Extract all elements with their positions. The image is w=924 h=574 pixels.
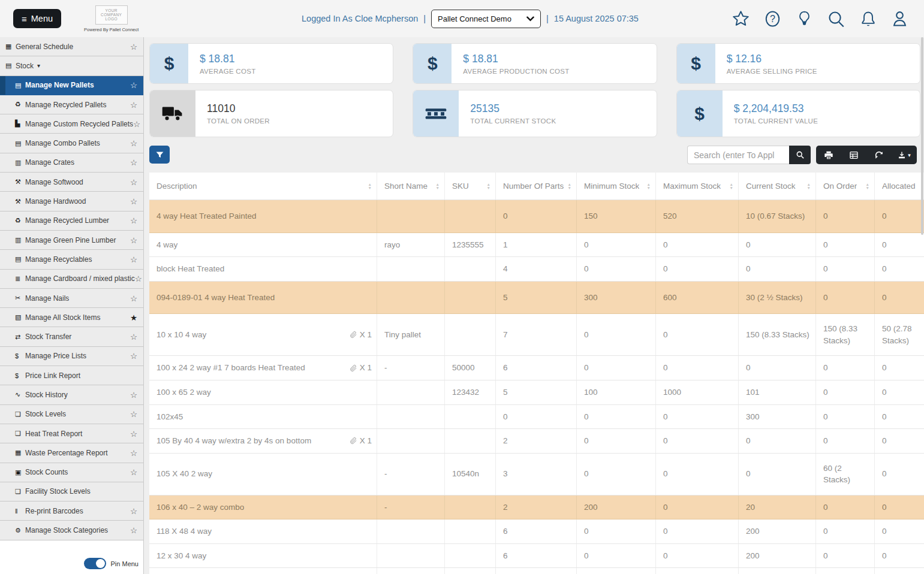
sidebar-item-manage-softwood[interactable]: ⚒Manage Softwood☆ (0, 173, 143, 192)
sort-arrows-icon[interactable]: ▲▼ (432, 183, 440, 189)
table-row-105-by-40-4-way-w-extra-2-by-4s-on-bottom[interactable]: 105 By 40 4 way w/extra 2 by 4s on botto… (149, 429, 924, 454)
sidebar-item-manage-stock-categories[interactable]: ⚙Manage Stock Categories☆ (0, 521, 143, 540)
table-row-100-x-65-2-way[interactable]: 100 x 65 2 way1234325100100010100 (149, 380, 924, 405)
column-header-on-order[interactable]: On Order▲▼ (816, 173, 875, 200)
sidebar-item-manage-nails[interactable]: ✂Manage Nails☆ (0, 289, 143, 308)
favorite-star-icon[interactable]: ☆ (130, 100, 137, 110)
sort-arrows-icon[interactable]: ▲▼ (564, 183, 571, 189)
sidebar-item-manage-all-stock-items[interactable]: ▧Manage All Stock Items★ (0, 308, 143, 327)
sidebar-item-manage-recycled-lumber[interactable]: ♻Manage Recycled Lumber☆ (0, 212, 143, 231)
notifications-bell-icon[interactable] (858, 9, 878, 29)
sidebar-item-manage-hardwood[interactable]: ⚒Manage Hardwood☆ (0, 192, 143, 211)
help-icon[interactable]: ? (763, 9, 782, 29)
favorite-star-icon[interactable]: ☆ (130, 525, 137, 535)
refresh-button[interactable] (866, 146, 892, 164)
sort-arrows-icon[interactable]: ▲▼ (862, 183, 869, 189)
favorite-star-icon[interactable]: ☆ (130, 429, 137, 439)
favorite-star-icon[interactable]: ☆ (130, 506, 137, 516)
column-header-sku[interactable]: SKU▲▼ (445, 173, 496, 200)
sidebar-item-price-link-report[interactable]: $Price Link Report (0, 366, 143, 385)
favorite-star-icon[interactable]: ☆ (130, 158, 137, 167)
search-button[interactable] (789, 146, 811, 164)
sidebar-item-manage-custom-recycled-pallets[interactable]: ▙Manage Custom Recycled Pallets☆ (0, 114, 143, 134)
attachment-indicator[interactable]: X 1 (345, 435, 372, 447)
sidebar-item-facility-stock-levels[interactable]: ❏Facility Stock Levels (0, 482, 143, 502)
sort-arrows-icon[interactable]: ▲▼ (365, 183, 372, 189)
table-row-4-way[interactable]: 4 wayrayo1235555100000 (149, 233, 924, 258)
favorite-star-icon[interactable]: ☆ (130, 294, 137, 303)
table-row-094-0189-01-4-way-heat-treated[interactable]: 094-0189-01 4 way Heat Treated530060030 … (149, 282, 924, 315)
favorite-star-icon[interactable]: ☆ (130, 42, 137, 52)
favorite-star-icon[interactable]: ☆ (130, 177, 137, 187)
table-row-105-x-40-2-way[interactable]: 105 X 40 2 way-10540n300060 (2 Stacks)0 (149, 454, 924, 496)
favorite-star-icon[interactable]: ☆ (133, 119, 140, 129)
favorite-star-icon[interactable]: ☆ (130, 448, 137, 458)
filter-button[interactable] (149, 146, 170, 164)
column-header-maximum-stock[interactable]: Maximum Stock▲▼ (656, 173, 739, 200)
table-row-block-heat-treated[interactable]: block Heat Treated400000 (149, 257, 924, 282)
sidebar-item-waste-percentage-report[interactable]: ▦Waste Percentage Report☆ (0, 443, 143, 463)
table-row-118-x-48-4-way[interactable]: 118 X 48 4 way60020000 (149, 519, 924, 544)
export-download-button[interactable]: ▾ (892, 146, 917, 164)
sidebar-item-manage-recycled-pallets[interactable]: ♻Manage Recycled Pallets☆ (0, 95, 143, 114)
favorite-star-icon[interactable]: ☆ (135, 274, 142, 283)
sort-arrows-icon[interactable]: ▲▼ (483, 183, 490, 189)
sidebar-item-manage-cardboard-mixed-plastic[interactable]: ≣Manage Cardboard / mixed plastic☆ (0, 270, 143, 289)
sort-arrows-icon[interactable]: ▲▼ (643, 183, 651, 189)
favorite-star-icon[interactable]: ☆ (130, 467, 137, 477)
attachment-indicator[interactable]: X 1 (345, 362, 372, 374)
attachment-indicator[interactable]: X 1 (345, 329, 372, 341)
favorites-star-icon[interactable] (731, 9, 751, 29)
column-header-description[interactable]: Description▲▼ (149, 173, 377, 200)
column-header-current-stock[interactable]: Current Stock▲▼ (739, 173, 816, 200)
sidebar-item-re-print-barcodes[interactable]: ‖Re-print Barcodes☆ (0, 502, 143, 521)
sidebar-item-stock[interactable]: ▤Stock▾ (0, 56, 143, 75)
column-header-minimum-stock[interactable]: Minimum Stock▲▼ (577, 173, 656, 200)
search-icon[interactable] (826, 9, 846, 29)
table-row-120-x-24-2-way-heat-treated[interactable]: 120 x 24 2 way Heat Treated-00010000 (149, 568, 924, 574)
favorite-star-icon[interactable]: ☆ (130, 351, 137, 361)
column-header-short-name[interactable]: Short Name▲▼ (377, 173, 445, 200)
page-scrollbar[interactable] (921, 37, 923, 235)
favorite-star-icon[interactable]: ☆ (130, 235, 137, 245)
sort-arrows-icon[interactable]: ▲▼ (803, 183, 811, 189)
favorite-star-icon[interactable]: ☆ (130, 255, 137, 264)
sidebar-item-stock-history[interactable]: ∿Stock History☆ (0, 385, 143, 404)
account-user-icon[interactable] (890, 9, 910, 29)
table-row-100-x-24-2-way-1-7-boards-heat-treated[interactable]: 100 x 24 2 way #1 7 boards Heat TreatedX… (149, 356, 924, 380)
favorite-star-icon[interactable]: ☆ (130, 216, 137, 225)
table-row-10-x-10-4-way[interactable]: 10 x 10 4 wayX 1Tiny pallet700150 (8.33 … (149, 314, 924, 356)
menu-button[interactable]: ≡ Menu (13, 9, 61, 28)
favorite-star-icon[interactable]: ☆ (130, 197, 137, 206)
sidebar-item-stock-levels[interactable]: ❏Stock Levels☆ (0, 405, 143, 424)
sidebar-item-stock-transfer[interactable]: ⇄Stock Transfer☆ (0, 327, 143, 346)
print-button[interactable] (816, 146, 841, 164)
favorite-star-icon[interactable]: ☆ (130, 80, 137, 90)
column-header-number-of-parts[interactable]: Number Of Parts▲▼ (496, 173, 577, 200)
sidebar-item-manage-new-pallets[interactable]: ▤Manage New Pallets☆ (0, 76, 143, 95)
sort-arrows-icon[interactable]: ▲▼ (726, 183, 733, 189)
table-row-4-way-heat-treated-painted[interactable]: 4 way Heat Treated Painted015052010 (0.6… (149, 200, 924, 233)
sidebar-item-manage-recyclables[interactable]: ▤Manage Recyclables☆ (0, 250, 143, 269)
favorite-star-icon[interactable]: ☆ (130, 390, 137, 400)
sidebar-item-stock-counts[interactable]: ▣Stock Counts☆ (0, 463, 143, 482)
favorite-star-icon[interactable]: ☆ (130, 138, 137, 148)
column-header-allocated[interactable]: Allocated (875, 173, 924, 200)
favorite-star-icon[interactable]: ★ (130, 313, 137, 322)
search-input[interactable] (687, 146, 789, 164)
sidebar-item-heat-treat-report[interactable]: ❏Heat Treat Report☆ (0, 424, 143, 443)
sidebar-item-general-schedule[interactable]: ▦General Schedule☆ (0, 37, 143, 56)
table-row-106-x-40-2-way-combo[interactable]: 106 x 40 – 2 way combo-220002000 (149, 496, 924, 520)
table-row-12-x-30-4-way[interactable]: 12 x 30 4 way60020000 (149, 544, 924, 569)
sidebar-item-manage-crates[interactable]: ▥Manage Crates☆ (0, 153, 143, 173)
ideas-lightbulb-icon[interactable] (794, 9, 814, 29)
company-select[interactable]: Pallet Connect Demo (431, 10, 541, 28)
table-view-button[interactable] (841, 146, 866, 164)
sidebar-item-manage-price-lists[interactable]: $Manage Price Lists☆ (0, 347, 143, 366)
sidebar-item-manage-combo-pallets[interactable]: ▤Manage Combo Pallets☆ (0, 134, 143, 153)
table-row-102x45[interactable]: 102x4500030000 (149, 405, 924, 430)
favorite-star-icon[interactable]: ☆ (130, 409, 137, 419)
pin-menu-toggle[interactable] (84, 558, 106, 569)
sidebar-item-manage-green-pine-lumber[interactable]: ▥Manage Green Pine Lumber☆ (0, 231, 143, 250)
favorite-star-icon[interactable]: ☆ (130, 332, 137, 342)
